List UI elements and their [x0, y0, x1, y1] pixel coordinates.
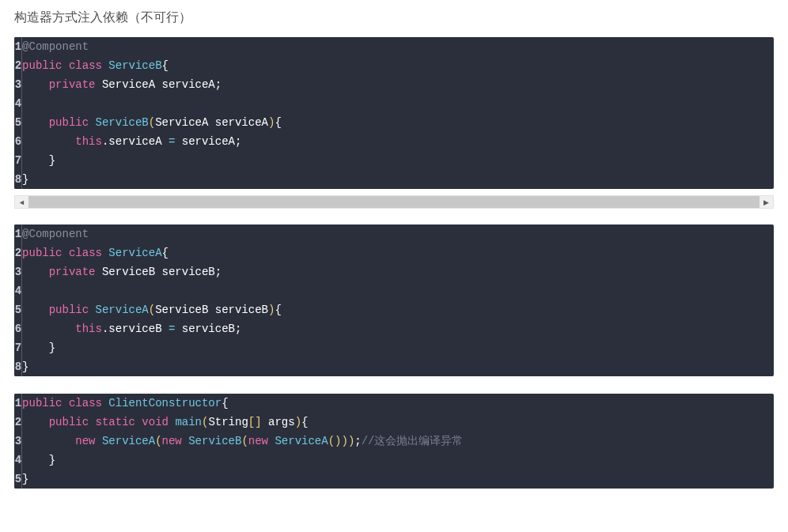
code-content[interactable]: @Component public class ServiceB{ privat… — [22, 37, 774, 189]
scroll-right-button[interactable]: ▶ — [760, 196, 773, 208]
line-number: 7 — [14, 151, 21, 170]
line-number: 2 — [14, 413, 21, 432]
line-number: 5 — [14, 113, 21, 132]
code-content[interactable]: public class ClientConstructor{ public s… — [22, 394, 774, 489]
line-number: 1 — [14, 37, 21, 56]
scroll-left-button[interactable]: ◄ — [15, 196, 28, 208]
line-number: 2 — [14, 56, 21, 75]
code-block: 12345678@Component public class ServiceB… — [14, 37, 774, 189]
line-number: 6 — [14, 319, 21, 338]
code-block: 12345678@Component public class ServiceA… — [14, 224, 774, 376]
line-number: 1 — [14, 224, 21, 243]
line-number: 4 — [14, 281, 21, 300]
line-number: 3 — [14, 262, 21, 281]
line-number: 7 — [14, 338, 21, 357]
line-number-gutter: 12345678 — [14, 224, 22, 376]
code-content[interactable]: @Component public class ServiceA{ privat… — [22, 224, 774, 376]
line-number: 6 — [14, 132, 21, 151]
section-heading: 构造器方式注入依赖（不可行） — [14, 9, 774, 26]
scrollbar-thumb[interactable] — [28, 196, 760, 208]
line-number: 4 — [14, 94, 21, 113]
line-number: 3 — [14, 432, 21, 451]
line-number: 8 — [14, 170, 21, 189]
code-block: 12345public class ClientConstructor{ pub… — [14, 394, 774, 489]
line-number-gutter: 12345 — [14, 394, 22, 489]
line-number: 8 — [14, 357, 21, 376]
line-number: 1 — [14, 394, 21, 413]
line-number-gutter: 12345678 — [14, 37, 22, 189]
line-number: 4 — [14, 451, 21, 470]
horizontal-scrollbar[interactable]: ◄▶ — [14, 195, 774, 209]
line-number: 5 — [14, 470, 21, 489]
line-number: 5 — [14, 300, 21, 319]
line-number: 2 — [14, 243, 21, 262]
line-number: 3 — [14, 75, 21, 94]
